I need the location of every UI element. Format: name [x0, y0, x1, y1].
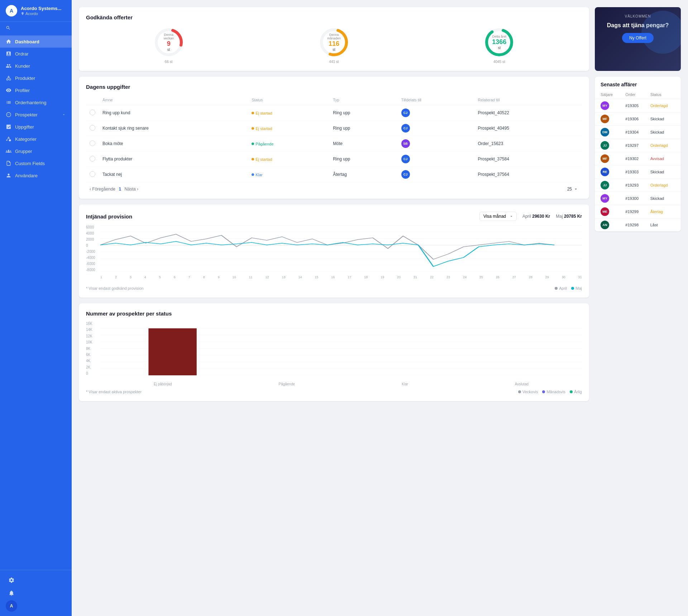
deal-row[interactable]: AN #19298 Låst [595, 218, 681, 231]
weekly-value: 9 [161, 40, 177, 48]
offers-card: Godkända offerter Denna veckan 9 [79, 7, 589, 71]
deal-row[interactable]: RE #19303 Skickad [595, 165, 681, 178]
deal-status: Orderlagd [650, 143, 675, 148]
task-subject: Ring upp kund [99, 105, 248, 121]
task-check[interactable] [90, 125, 95, 131]
task-type: Återtag [329, 167, 397, 182]
user-avatar-bottom[interactable]: A [6, 600, 17, 612]
deal-order: #19302 [625, 157, 650, 161]
sidebar-label-ordrar: Ordrar [15, 51, 29, 57]
commission-note: * Visar endast godkänd provision [86, 286, 144, 290]
deal-avatar: JJ [601, 141, 609, 150]
col-assignee: Tilldelats till [398, 95, 474, 105]
deals-card: Senaste affärer Säljare Order Status MY … [595, 77, 681, 231]
task-type: Möte [329, 136, 397, 151]
main-content: Godkända offerter Denna veckan 9 [72, 0, 688, 616]
search-button[interactable] [0, 22, 72, 34]
sidebar-item-custom-fields[interactable]: Custom Fields [0, 157, 72, 169]
sidebar-item-prospekter[interactable]: Prospekter [0, 109, 72, 121]
deal-order: #19293 [625, 183, 650, 187]
tasks-title: Dagens uppgifter [86, 84, 582, 90]
task-row[interactable]: Ring upp kund Ej startad Ring upp CJ Pro… [86, 105, 582, 121]
deal-status: Avvisad [650, 157, 675, 161]
deal-avatar: ME [601, 207, 609, 216]
settings-icon[interactable] [6, 574, 17, 586]
task-type: Ring upp [329, 105, 397, 121]
deal-order: #19297 [625, 143, 650, 148]
chart-svg [100, 225, 582, 272]
deal-order: #19303 [625, 170, 650, 174]
deal-status: Skickad [650, 117, 675, 121]
deal-status: Skickad [650, 130, 675, 134]
task-assignee: SB [401, 139, 410, 148]
sidebar-label-produkter: Produkter [15, 76, 35, 81]
sidebar-item-kunder[interactable]: Kunder [0, 60, 72, 72]
notifications-icon[interactable] [6, 587, 17, 599]
next-page[interactable]: Nästa › [124, 187, 138, 192]
sidebar-item-ordrar[interactable]: Ordrar [0, 48, 72, 60]
task-row[interactable]: Tackat nej Klar Återtag CJ Prospekt_3756… [86, 167, 582, 182]
monthly-gauge: Denna månaden 116 st 441 st [318, 26, 350, 64]
sidebar-item-dashboard[interactable]: Dashboard [0, 35, 72, 48]
welcome-card: VÄLKOMMEN Dags att tjäna pengar? Ny Offe… [595, 7, 681, 71]
sidebar-item-orderhantering[interactable]: Orderhantering [0, 96, 72, 109]
deal-row[interactable]: MY #19300 Skickad [595, 192, 681, 205]
sidebar-label-kategorier: Kategorier [15, 136, 37, 142]
task-related: Prospekt_40495 [474, 121, 582, 136]
sidebar-item-profiler[interactable]: Profiler [0, 84, 72, 96]
sidebar-item-kategorier[interactable]: Kategorier [0, 133, 72, 145]
deal-row[interactable]: ME #19299 Återtag [595, 205, 681, 218]
deal-order: #19299 [625, 210, 650, 214]
per-page-selector[interactable]: 25 [567, 187, 578, 192]
task-type: Ring upp [329, 121, 397, 136]
sidebar-label-prospekter: Prospekter [15, 112, 38, 117]
deal-row[interactable]: JJ #19297 Orderlagd [595, 139, 681, 152]
deal-avatar: MF [601, 115, 609, 123]
task-check[interactable] [90, 110, 95, 115]
deal-order: #19300 [625, 196, 650, 201]
task-row[interactable]: Boka möte Pågående Möte SB Order_15623 [86, 136, 582, 151]
welcome-sub: VÄLKOMMEN [625, 14, 651, 18]
sidebar-item-produkter[interactable]: Produkter [0, 72, 72, 84]
task-subject: Kontakt sjuk ring senare [99, 121, 248, 136]
task-check[interactable] [90, 156, 95, 162]
new-offer-button[interactable]: Ny Offert [622, 33, 654, 43]
commission-values: April 29630 Kr Maj 20785 Kr [522, 214, 582, 219]
logo-area: A Acordo Systems... Acordo [0, 0, 72, 22]
prospects-footer: * Visar endast aktiva prospekter Veckovi… [86, 390, 582, 394]
deal-row[interactable]: MF #19302 Avvisad [595, 152, 681, 165]
task-row[interactable]: Kontakt sjuk ring senare Ej startad Ring… [86, 121, 582, 136]
yearly-gauge-circle: Detta året 1366 st [483, 26, 515, 58]
prev-page[interactable]: ‹ Föregående [90, 187, 115, 192]
task-assignee: CJ [401, 109, 410, 117]
deals-column: Senaste affärer Säljare Order Status MY … [595, 77, 681, 401]
deal-row[interactable]: DM #19304 Skickad [595, 125, 681, 139]
weekly-gauge-circle: Denna veckan 9 st [153, 26, 185, 58]
chart-legend: April Maj [555, 286, 582, 290]
deal-row[interactable]: MF #19306 Skickad [595, 112, 681, 125]
deal-row[interactable]: MY #19305 Orderlagd [595, 99, 681, 112]
task-check[interactable] [90, 140, 95, 146]
main-nav: Dashboard Ordrar Kunder Produkter Profil… [0, 34, 72, 570]
prospects-note: * Visar endast aktiva prospekter [86, 390, 142, 394]
prospects-title: Nummer av prospekter per status [86, 311, 582, 317]
weekly-gauge: Denna veckan 9 st 66 st [153, 26, 185, 64]
prospects-legend: Veckovis Månadsvis Årlig [518, 390, 582, 394]
deal-row[interactable]: JJ #19293 Orderlagd [595, 178, 681, 192]
sidebar-item-grupper[interactable]: Grupper [0, 145, 72, 157]
deal-status: Orderlagd [650, 104, 675, 108]
monthly-gauge-circle: Denna månaden 116 st [318, 26, 350, 58]
deal-order: #19305 [625, 104, 650, 108]
task-row[interactable]: Flytta produkter Ej startad Ring upp CJ … [86, 151, 582, 167]
deal-avatar: MY [601, 101, 609, 110]
sidebar-label-custom-fields: Custom Fields [15, 161, 45, 166]
sidebar-item-uppgifter[interactable]: Uppgifter [0, 121, 72, 133]
current-page: 1 [119, 187, 121, 192]
col-order: Order [625, 92, 650, 97]
sidebar-item-anvandare[interactable]: Användare [0, 169, 72, 182]
task-check[interactable] [90, 171, 95, 177]
month-select[interactable]: Visa månad [479, 212, 517, 221]
commission-card: Intjänad provision Visa månad April 2963… [79, 204, 589, 298]
deals-title: Senaste affärer [595, 77, 681, 91]
col-status: Status [248, 95, 329, 105]
